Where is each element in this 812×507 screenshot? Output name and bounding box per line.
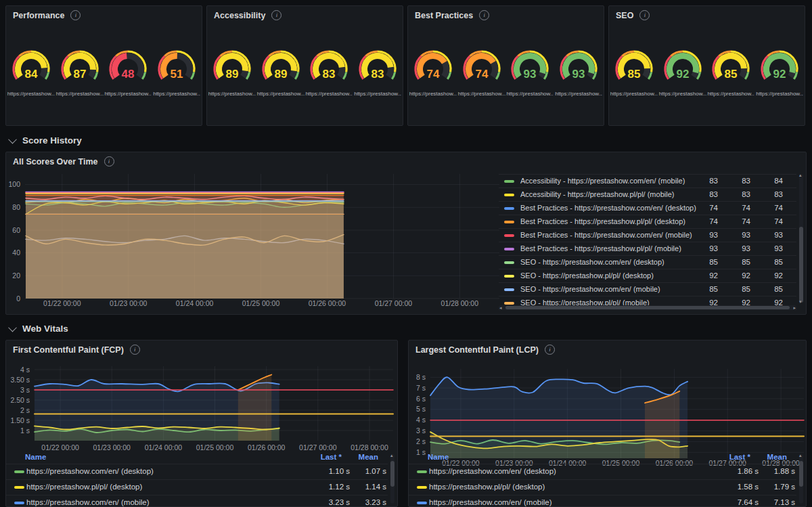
series-label[interactable]: https://prestashow.com/en/ (mobile) bbox=[429, 498, 552, 506]
legend-row[interactable]: Best Practices - https://prestashow.com/… bbox=[499, 202, 796, 215]
series-label[interactable]: Accessibility - https://prestashow.com/e… bbox=[520, 177, 685, 185]
series-label[interactable]: Best Practices - https://prestashow.pl/p… bbox=[520, 217, 685, 225]
legend-row[interactable]: SEO - https://prestashow.com/en/ (mobile… bbox=[499, 283, 796, 296]
table-row[interactable]: https://prestashow.com/en/ (desktop) 1.8… bbox=[409, 464, 796, 479]
legend-row[interactable]: Accessibility - https://prestashow.pl/pl… bbox=[499, 188, 796, 202]
scroll-up-icon[interactable]: ▴ bbox=[799, 173, 802, 177]
column-mean[interactable]: Mean bbox=[767, 453, 787, 461]
section-web-vitals[interactable]: Web Vitals bbox=[5, 322, 68, 335]
series-label[interactable]: SEO - https://prestashow.pl/pl/ (desktop… bbox=[520, 271, 654, 280]
legend-row[interactable]: Accessibility - https://prestashow.com/e… bbox=[499, 175, 796, 188]
svg-text:60: 60 bbox=[12, 226, 20, 234]
table-row[interactable]: https://prestashow.pl/pl/ (desktop) 1.12… bbox=[6, 479, 388, 495]
scroll-up-icon[interactable]: ▴ bbox=[799, 453, 802, 458]
table-row[interactable]: https://prestashow.com/en/ (mobile) 3.23… bbox=[6, 495, 388, 507]
mean-value: 1.14 s bbox=[339, 483, 386, 491]
scroll-down-icon[interactable]: ▾ bbox=[799, 299, 802, 304]
panel-title[interactable]: Largest Contentful Paint (LCP) bbox=[415, 345, 539, 355]
panel-title[interactable]: Performance bbox=[13, 11, 64, 20]
series-label[interactable]: Best Practices - https://prestashow.com/… bbox=[520, 231, 692, 239]
series-color-swatch bbox=[504, 275, 514, 278]
gauge-url-label: https://prestashow... bbox=[409, 91, 457, 97]
panel-title[interactable]: First Contentful Paint (FCP) bbox=[13, 345, 124, 355]
series-label[interactable]: SEO - https://prestashow.com/en/ (mobile… bbox=[520, 285, 660, 293]
gauge-arc: 87 bbox=[57, 49, 103, 86]
legend-row[interactable]: SEO - https://prestashow.com/en/ (deskto… bbox=[499, 256, 796, 269]
info-icon[interactable]: i bbox=[104, 156, 114, 167]
series-label[interactable]: https://prestashow.pl/pl/ (desktop) bbox=[26, 483, 142, 491]
fcp-panel: First Contentful Paint (FCP) i 4 s3.50 s… bbox=[5, 340, 398, 507]
mean-value: 1.79 s bbox=[748, 483, 795, 491]
info-icon[interactable]: i bbox=[130, 345, 140, 355]
table-row[interactable]: https://prestashow.com/en/ (desktop) 1.1… bbox=[6, 464, 388, 479]
info-icon[interactable]: i bbox=[639, 10, 650, 20]
gauge-url-label: https://prestashow... bbox=[354, 91, 401, 97]
chevron-down-icon bbox=[8, 135, 17, 144]
mean-value: 7.13 s bbox=[748, 498, 795, 506]
legend-row[interactable]: Best Practices - https://prestashow.pl/p… bbox=[499, 215, 796, 229]
scroll-right-icon[interactable]: ▸ bbox=[793, 305, 796, 310]
panel-title[interactable]: SEO bbox=[616, 11, 633, 20]
column-name[interactable]: Name bbox=[428, 453, 449, 461]
svg-text:3 s: 3 s bbox=[416, 426, 426, 435]
legend-horizontal-scrollbar[interactable]: ◂ ▸ bbox=[499, 305, 796, 310]
series-value-1: 85 bbox=[687, 285, 718, 293]
info-icon[interactable]: i bbox=[70, 10, 81, 20]
table-row[interactable]: https://prestashow.pl/pl/ (desktop) 1.58… bbox=[409, 479, 796, 495]
svg-text:01/23 00:00: 01/23 00:00 bbox=[93, 443, 131, 451]
svg-text:3.50 s: 3.50 s bbox=[10, 376, 30, 384]
series-value-2: 93 bbox=[719, 231, 750, 239]
lcp-table-scrollbar[interactable]: ▴ bbox=[799, 454, 803, 504]
svg-text:01/24 00:00: 01/24 00:00 bbox=[145, 443, 183, 451]
panel-title[interactable]: Accessibility bbox=[214, 11, 265, 20]
legend-row[interactable]: SEO - https://prestashow.pl/pl/ (desktop… bbox=[499, 269, 796, 283]
scroll-up-icon[interactable]: ▴ bbox=[390, 453, 393, 458]
gauge-url-label: https://prestashow... bbox=[56, 91, 104, 97]
gauge-url-label: https://prestashow... bbox=[208, 91, 256, 97]
series-label[interactable]: Best Practices - https://prestashow.pl/p… bbox=[520, 244, 681, 252]
gauge-url-label: https://prestashow... bbox=[659, 91, 706, 97]
series-label[interactable]: SEO - https://prestashow.com/en/ (deskto… bbox=[520, 258, 664, 266]
gauge-url-label: https://prestashow... bbox=[756, 91, 803, 97]
series-label[interactable]: Accessibility - https://prestashow.pl/pl… bbox=[520, 190, 674, 198]
all-scores-chart[interactable]: 10080604020001/22 00:0001/23 00:0001/24 … bbox=[9, 169, 511, 311]
series-color-swatch bbox=[417, 502, 427, 504]
info-icon[interactable]: i bbox=[271, 10, 281, 20]
series-color-swatch bbox=[504, 261, 514, 264]
svg-text:01/26 00:00: 01/26 00:00 bbox=[309, 299, 346, 307]
legend-row[interactable]: Best Practices - https://prestashow.com/… bbox=[499, 229, 796, 242]
fcp-table-scrollbar[interactable]: ▴ bbox=[390, 454, 394, 504]
svg-text:7 s: 7 s bbox=[416, 384, 426, 392]
score-gauge: 85 https://prestashow... bbox=[707, 49, 754, 97]
gauge-row: 74 https://prestashow... 74 https://pres… bbox=[408, 49, 604, 97]
svg-text:01/22 00:00: 01/22 00:00 bbox=[43, 299, 81, 307]
svg-text:01/27 00:00: 01/27 00:00 bbox=[375, 299, 413, 307]
legend-row[interactable]: Best Practices - https://prestashow.pl/p… bbox=[499, 242, 796, 256]
panel-title[interactable]: All Scores Over Time bbox=[13, 157, 98, 167]
column-mean[interactable]: Mean bbox=[359, 453, 378, 461]
fcp-chart[interactable]: 4 s3.50 s3 s2.50 s2 s1.50 s1 s01/22 00:0… bbox=[7, 365, 398, 454]
series-label[interactable]: https://prestashow.com/en/ (desktop) bbox=[26, 467, 154, 475]
series-label[interactable]: https://prestashow.com/en/ (desktop) bbox=[429, 467, 556, 475]
all-scores-panel: All Scores Over Time i 10080604020001/22… bbox=[5, 152, 807, 315]
series-value-3: 93 bbox=[752, 231, 783, 239]
column-name[interactable]: Name bbox=[25, 453, 46, 461]
panel-title[interactable]: Best Practices bbox=[415, 11, 473, 20]
column-last[interactable]: Last * bbox=[729, 453, 750, 461]
svg-text:01/28 00:00: 01/28 00:00 bbox=[351, 443, 388, 451]
gauge-url-label: https://prestashow... bbox=[707, 91, 754, 97]
scroll-left-icon[interactable]: ◂ bbox=[499, 305, 502, 310]
lcp-panel: Largest Contentful Paint (LCP) i 8 s7 s6… bbox=[408, 340, 807, 507]
gauge-arc: 84 bbox=[8, 49, 54, 86]
series-label[interactable]: https://prestashow.pl/pl/ (desktop) bbox=[429, 483, 545, 491]
legend-vertical-scrollbar[interactable]: ▴ ▾ bbox=[799, 174, 803, 303]
series-label[interactable]: https://prestashow.com/en/ (mobile) bbox=[26, 498, 150, 506]
series-value-1: 83 bbox=[687, 190, 718, 198]
column-last[interactable]: Last * bbox=[321, 453, 342, 461]
info-icon[interactable]: i bbox=[545, 345, 555, 355]
series-label[interactable]: Best Practices - https://prestashow.com/… bbox=[520, 204, 696, 212]
section-score-history[interactable]: Score History bbox=[5, 133, 82, 147]
table-row[interactable]: https://prestashow.com/en/ (mobile) 7.64… bbox=[409, 495, 796, 507]
info-icon[interactable]: i bbox=[479, 10, 489, 20]
all-scores-legend: Accessibility - https://prestashow.com/e… bbox=[499, 174, 796, 310]
